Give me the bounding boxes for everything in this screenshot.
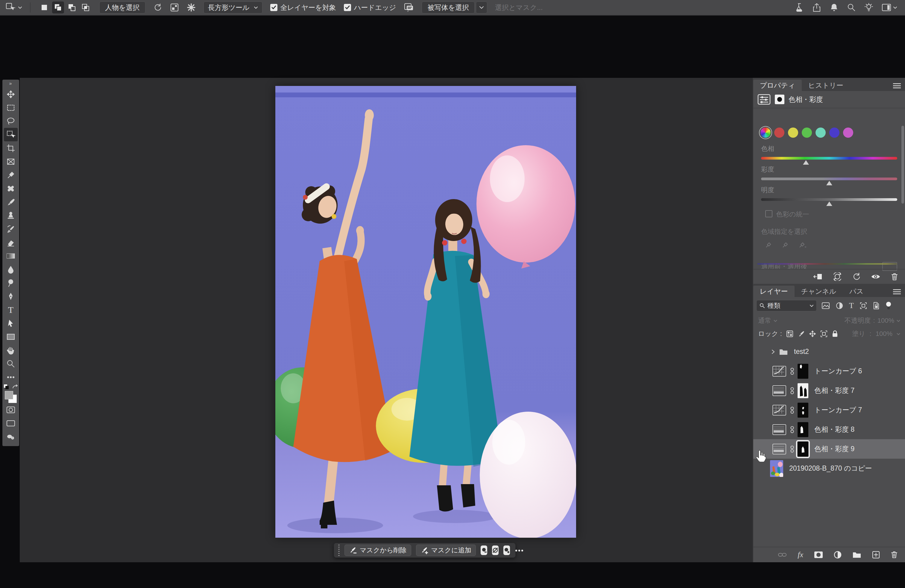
taskbar-more-icon[interactable]: [515, 548, 524, 553]
saturation-slider-track[interactable]: [761, 178, 897, 180]
filter-smartobject-icon[interactable]: [873, 302, 880, 310]
tool-mode-dropdown[interactable]: 長方形ツール: [203, 2, 262, 13]
lasso-tool[interactable]: [4, 114, 17, 128]
intersect-selection-icon[interactable]: [79, 2, 92, 13]
link-layers-icon[interactable]: [778, 552, 787, 558]
swatch-blue[interactable]: [829, 127, 840, 138]
lightness-slider-track[interactable]: [761, 198, 897, 201]
tab-properties[interactable]: プロパティ: [753, 79, 802, 91]
new-group-icon[interactable]: [852, 551, 861, 558]
mask-link-icon[interactable]: [791, 406, 794, 414]
object-selection-tool[interactable]: [4, 128, 17, 141]
remove-from-mask-button[interactable]: マスクから削除: [345, 545, 411, 556]
filter-shape-icon[interactable]: [860, 302, 867, 309]
properties-scrollbar[interactable]: [902, 126, 904, 203]
gradient-tool[interactable]: [4, 249, 17, 262]
curves-adjustment-icon[interactable]: [772, 366, 786, 377]
lock-pixels-icon[interactable]: [797, 330, 805, 337]
mask-link-icon[interactable]: [791, 426, 794, 434]
clip-to-layer-icon[interactable]: [813, 273, 822, 281]
foreground-background-colors[interactable]: [5, 391, 17, 403]
workspace-switcher-icon[interactable]: [882, 3, 897, 12]
refresh-icon[interactable]: [153, 3, 162, 12]
swatch-master[interactable]: [761, 127, 771, 138]
history-brush-tool[interactable]: [4, 222, 17, 236]
mask-add-icon[interactable]: [503, 545, 510, 555]
layer-mask-thumbnail-selected[interactable]: [797, 442, 808, 456]
huesat-adjustment-icon[interactable]: [772, 444, 786, 455]
layer-row-huesat7[interactable]: 色相・彩度 7: [753, 381, 905, 400]
eyedropper-tool[interactable]: [4, 168, 17, 182]
crop-tool[interactable]: [4, 141, 17, 155]
adjustment-mask-thumbnail[interactable]: [775, 95, 784, 104]
quick-mask-icon[interactable]: [4, 403, 17, 416]
new-layer-icon[interactable]: [872, 551, 880, 559]
tool-preset-icon[interactable]: [5, 2, 22, 13]
layer-row-huesat9-selected[interactable]: 色相・彩度 9: [753, 439, 905, 459]
eyedropper-base-icon[interactable]: [765, 242, 772, 248]
app-settings-icon[interactable]: [4, 430, 17, 443]
eraser-tool[interactable]: [4, 236, 17, 249]
previous-state-icon[interactable]: [833, 272, 842, 281]
edit-toolbar-ellipsis[interactable]: [4, 370, 17, 384]
hue-slider-thumb[interactable]: [803, 160, 809, 165]
swatch-magenta[interactable]: [843, 127, 853, 138]
layer-mask-thumbnail[interactable]: [797, 403, 808, 418]
layer-row-image[interactable]: 20190208-B_870 のコピー: [753, 459, 905, 478]
swatch-red[interactable]: [774, 127, 784, 138]
new-adjustment-icon[interactable]: [834, 551, 841, 559]
taskbar-drag-handle[interactable]: [338, 545, 340, 556]
notifications-bell-icon[interactable]: [830, 3, 838, 12]
mask-link-icon[interactable]: [791, 367, 794, 375]
beta-flask-icon[interactable]: [795, 3, 804, 12]
swap-colors-row[interactable]: [3, 384, 18, 390]
select-subject-button[interactable]: 被写体を選択: [422, 2, 475, 13]
mask-subtract-icon[interactable]: [481, 545, 487, 555]
select-people-button[interactable]: 人物を選択: [99, 2, 145, 13]
healing-brush-tool[interactable]: [4, 182, 17, 195]
chevron-right-icon[interactable]: [771, 350, 775, 354]
eyedropper-subtract-icon[interactable]: [799, 242, 807, 248]
layer-mask-thumbnail[interactable]: [797, 383, 808, 398]
shape-tool[interactable]: [4, 330, 17, 343]
visibility-eye-icon[interactable]: [871, 273, 880, 280]
gear-icon[interactable]: [187, 3, 196, 12]
search-icon[interactable]: [847, 3, 856, 12]
tab-paths[interactable]: パス: [843, 286, 870, 297]
subtract-from-selection-icon[interactable]: [66, 2, 78, 13]
filter-pixel-layers-icon[interactable]: [821, 302, 830, 309]
tab-layers[interactable]: レイヤー: [753, 286, 795, 297]
delete-adjustment-icon[interactable]: [891, 272, 899, 281]
layer-filter-searchbox[interactable]: 種類: [756, 300, 817, 311]
add-to-selection-icon[interactable]: [52, 2, 64, 13]
lock-transparent-icon[interactable]: [786, 330, 793, 337]
new-selection-icon[interactable]: [38, 2, 50, 13]
panel-menu-icon[interactable]: [893, 82, 901, 89]
screen-mode-icon[interactable]: [4, 416, 17, 430]
layer-row-curves6[interactable]: トーンカーブ 6: [753, 361, 905, 381]
toolbar-collapse-icon[interactable]: »: [9, 81, 13, 87]
lightness-slider-thumb[interactable]: [826, 202, 832, 206]
layer-row-huesat8[interactable]: 色相・彩度 8: [753, 420, 905, 439]
opacity-value[interactable]: 100%: [878, 317, 894, 324]
layer-style-fx-icon[interactable]: fx: [797, 550, 803, 559]
lock-all-icon[interactable]: [832, 330, 838, 338]
document-photo[interactable]: [275, 86, 576, 538]
layer-image-thumbnail[interactable]: [770, 460, 783, 477]
tab-history[interactable]: ヒストリー: [802, 79, 850, 91]
mask-link-icon[interactable]: [791, 445, 794, 453]
colorize-checkbox[interactable]: 色彩の統一: [765, 210, 897, 219]
tab-channels[interactable]: チャンネル: [795, 286, 843, 297]
clone-stamp-tool[interactable]: [4, 209, 17, 222]
layer-row-curves7[interactable]: トーンカーブ 7: [753, 400, 905, 420]
filter-adjustment-icon[interactable]: [836, 302, 843, 309]
swatch-cyan[interactable]: [816, 127, 826, 138]
share-icon[interactable]: [812, 3, 821, 12]
delete-layer-icon[interactable]: [891, 551, 898, 559]
brush-tool[interactable]: [4, 195, 17, 209]
layers-menu-icon[interactable]: [893, 288, 901, 296]
layer-row-group[interactable]: test2: [753, 342, 905, 361]
path-selection-tool[interactable]: [4, 316, 17, 330]
type-tool[interactable]: T: [4, 303, 17, 316]
layer-mask-thumbnail[interactable]: [797, 422, 808, 437]
